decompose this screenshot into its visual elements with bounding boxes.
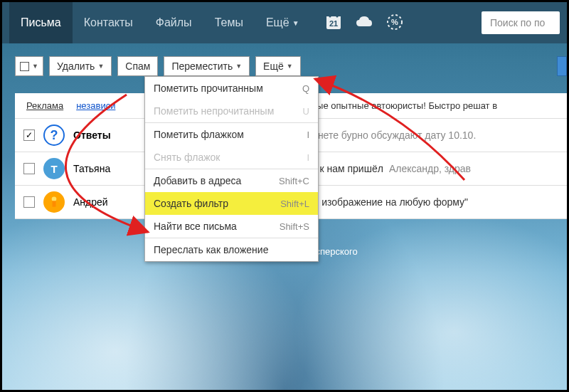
svg-rect-8 — [53, 201, 56, 206]
search-input[interactable]: Поиск по по — [482, 11, 560, 34]
chevron-down-icon: ▼ — [287, 63, 293, 70]
nav-tab-contacts[interactable]: Контакты — [73, 2, 144, 43]
dd-add-address[interactable]: Добавить в адресаShift+C — [145, 169, 318, 192]
dd-create-filter[interactable]: Создать фильтрShift+L — [145, 192, 318, 215]
sender-name: Андрей — [73, 196, 134, 208]
svg-point-3 — [336, 15, 338, 17]
ad-label: Реклама — [26, 100, 63, 111]
more-button[interactable]: Ещё▼ — [255, 56, 301, 76]
svg-point-2 — [329, 15, 331, 17]
row-checkbox[interactable] — [23, 129, 35, 141]
cloud-icon[interactable] — [355, 15, 373, 31]
chevron-down-icon: ▼ — [292, 19, 299, 27]
dd-mark-unread: Пометить непрочитаннымU — [145, 100, 318, 122]
avatar-person-icon — [43, 191, 65, 213]
nav-icons: 21 % — [325, 14, 403, 33]
select-all-button[interactable]: ▼ — [15, 56, 43, 76]
svg-text:21: 21 — [329, 19, 337, 28]
row-checkbox[interactable] — [23, 163, 35, 174]
chevron-down-icon: ▼ — [97, 63, 104, 70]
sender-name: Татьяна — [73, 163, 134, 174]
delete-button[interactable]: Удалить▼ — [49, 56, 112, 76]
ad-link[interactable]: независи — [76, 100, 115, 111]
main-nav: Письма Контакты Файлы Темы Ещё ▼ 21 % По… — [2, 2, 567, 43]
ad-text: платные опытные автоюристы! Быстро решат… — [292, 100, 497, 111]
svg-text:%: % — [391, 18, 398, 26]
dd-forward-attachment[interactable]: Переслать как вложение — [145, 238, 318, 261]
avatar-question-icon: ? — [43, 125, 65, 146]
toolbar: ▼ Удалить▼ Спам Переместить▼ Ещё▼ — [15, 56, 554, 76]
chevron-down-icon: ▼ — [32, 63, 38, 70]
checkbox-empty-icon — [20, 62, 29, 71]
app-frame: Письма Контакты Файлы Темы Ещё ▼ 21 % По… — [0, 0, 569, 392]
percent-icon[interactable]: % — [386, 14, 403, 33]
right-action-button[interactable] — [557, 56, 567, 76]
move-button[interactable]: Переместить▼ — [164, 56, 250, 76]
nav-tab-themes[interactable]: Темы — [203, 2, 255, 43]
svg-point-7 — [52, 197, 57, 202]
sender-name: Ответы — [73, 129, 134, 141]
row-checkbox[interactable] — [23, 196, 35, 208]
calendar-icon[interactable]: 21 — [325, 14, 342, 33]
dd-unflag: Снять флажокI — [145, 146, 318, 169]
more-dropdown: Пометить прочитаннымQ Пометить непрочита… — [144, 76, 319, 262]
dd-flag[interactable]: Пометить флажкомI — [145, 123, 318, 146]
nav-tab-mail[interactable]: Письма — [9, 2, 73, 43]
nav-tab-more[interactable]: Ещё ▼ — [255, 2, 311, 43]
dd-find-all[interactable]: Найти все письмаShift+S — [145, 215, 318, 238]
dd-mark-read[interactable]: Пометить прочитаннымQ — [145, 77, 318, 100]
nav-tab-files[interactable]: Файлы — [144, 2, 203, 43]
spam-button[interactable]: Спам — [117, 56, 158, 76]
avatar-letter-icon: Т — [43, 158, 65, 179]
chevron-down-icon: ▼ — [235, 63, 242, 70]
